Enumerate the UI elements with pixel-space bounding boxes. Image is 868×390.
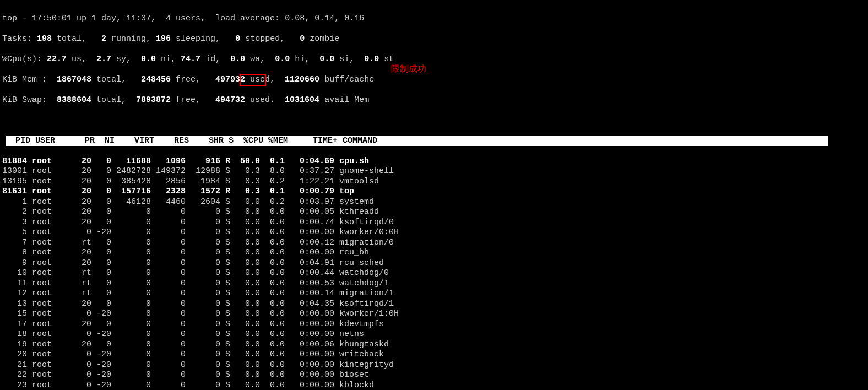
terminal[interactable]: top - 17:50:01 up 1 day, 11:37, 4 users,… [0, 0, 868, 390]
process-row: 5 root 0 -20 0 0 0 S 0.0 0.0 0:00.00 kwo… [2, 228, 866, 238]
process-row: 12 root rt 0 0 0 0 S 0.0 0.0 0:00.14 mig… [2, 289, 866, 299]
process-row: 20 root 0 -20 0 0 0 S 0.0 0.0 0:00.00 wr… [2, 350, 866, 360]
summary-line-tasks: Tasks: 198 total, 2 running, 196 sleepin… [2, 34, 866, 45]
process-row: 8 root 20 0 0 0 0 S 0.0 0.0 0:00.00 rcu_… [2, 248, 866, 258]
process-row: 18 root 0 -20 0 0 0 S 0.0 0.0 0:00.00 ne… [2, 329, 866, 340]
process-row: 7 root rt 0 0 0 0 S 0.0 0.0 0:00.12 migr… [2, 238, 866, 248]
process-row: 13001 root 20 0 2482728 149372 12988 S 0… [2, 166, 866, 177]
annotation-label: 限制成功 [391, 64, 426, 74]
process-row: 81884 root 20 0 11688 1096 916 R 50.0 0.… [2, 156, 866, 167]
process-row: 3 root 20 0 0 0 0 S 0.0 0.0 0:00.74 ksof… [2, 218, 866, 228]
process-row: 13195 root 20 0 385428 2856 1984 S 0.3 0… [2, 177, 866, 187]
process-row: 13 root 20 0 0 0 0 S 0.0 0.0 0:04.35 kso… [2, 299, 866, 310]
process-row: 11 root rt 0 0 0 0 S 0.0 0.0 0:00.53 wat… [2, 279, 866, 289]
process-row: 10 root rt 0 0 0 0 S 0.0 0.0 0:00.44 wat… [2, 268, 866, 279]
process-row: 22 root 0 -20 0 0 0 S 0.0 0.0 0:00.00 bi… [2, 370, 866, 381]
process-row: 1 root 20 0 46128 4460 2604 S 0.0 0.2 0:… [2, 197, 866, 208]
process-row: 81631 root 20 0 157716 2328 1572 R 0.3 0… [2, 187, 866, 197]
blank-line [2, 116, 866, 126]
process-row: 15 root 0 -20 0 0 0 S 0.0 0.0 0:00.00 kw… [2, 309, 866, 319]
process-row: 2 root 20 0 0 0 0 S 0.0 0.0 0:00.05 kthr… [2, 207, 866, 218]
process-row: 23 root 0 -20 0 0 0 S 0.0 0.0 0:00.00 kb… [2, 381, 866, 391]
process-row: 17 root 20 0 0 0 0 S 0.0 0.0 0:00.00 kde… [2, 319, 866, 330]
summary-line-swap: KiB Swap: 8388604 total, 7893872 free, 4… [2, 95, 866, 106]
process-list: 81884 root 20 0 11688 1096 916 R 50.0 0.… [2, 156, 866, 391]
summary-line-mem: KiB Mem : 1867048 total, 248456 free, 49… [2, 75, 866, 85]
column-header-row: PID USER PR NI VIRT RES SHR S %CPU %MEM … [2, 136, 866, 147]
process-row: 19 root 20 0 0 0 0 S 0.0 0.0 0:00.06 khu… [2, 340, 866, 350]
process-row: 9 root 20 0 0 0 0 S 0.0 0.0 0:04.91 rcu_… [2, 258, 866, 269]
process-row: 21 root 0 -20 0 0 0 S 0.0 0.0 0:00.00 ki… [2, 360, 866, 371]
summary-line-cpu: %Cpu(s): 22.7 us, 2.7 sy, 0.0 ni, 74.7 i… [2, 55, 866, 65]
summary-line-1: top - 17:50:01 up 1 day, 11:37, 4 users,… [2, 14, 866, 24]
